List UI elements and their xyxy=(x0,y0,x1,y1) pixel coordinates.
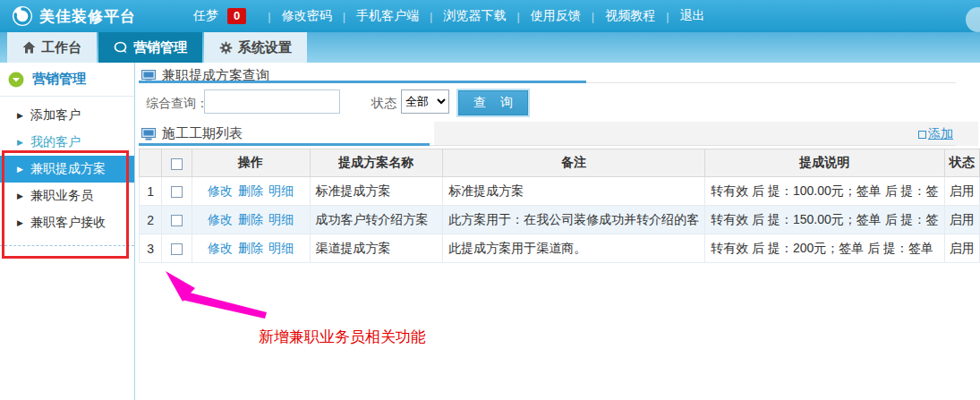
top-link-2[interactable]: 浏览器下载 xyxy=(443,8,506,24)
search-input[interactable] xyxy=(204,89,340,114)
main-content: 兼职提成方案查询 综合查询： 状态： 全部 查 询 施工工期列表 添加 xyxy=(136,63,980,400)
row-actions: 修改删除明细 xyxy=(192,206,310,234)
action-edit-link[interactable]: 修改 xyxy=(208,212,233,226)
search-label: 综合查询： xyxy=(146,96,209,112)
plan-desc: 转有效 后 提：100.00元；签单 后 提：签 xyxy=(705,177,944,206)
top-bar: 美佳装修平台 任梦 0 |修改密码|手机客户端|浏览器下载|使用反馈|视频教程|… xyxy=(0,0,980,32)
plans-table: 操作提成方案名称备注提成说明状态 1修改删除明细标准提成方案标准提成方案转有效 … xyxy=(139,149,980,263)
top-links: |修改密码|手机客户端|浏览器下载|使用反馈|视频教程|退出 xyxy=(257,8,704,24)
search-button[interactable]: 查 询 xyxy=(458,90,528,115)
row-actions: 修改删除明细 xyxy=(192,177,310,206)
top-link-1[interactable]: 手机客户端 xyxy=(356,8,419,24)
sidebar-item-label: 添加客户 xyxy=(30,107,81,123)
sidebar-divider xyxy=(0,245,134,246)
action-delete-link[interactable]: 删除 xyxy=(238,241,263,255)
tab-2[interactable]: 系统设置 xyxy=(204,32,307,63)
table-row: 1修改删除明细标准提成方案标准提成方案转有效 后 提：100.00元；签单 后 … xyxy=(140,177,980,206)
action-delete-link[interactable]: 删除 xyxy=(238,212,263,226)
user-name[interactable]: 任梦 xyxy=(193,8,218,24)
gear-icon xyxy=(219,41,233,55)
menu-separator: | xyxy=(430,10,432,23)
top-right-circle[interactable] xyxy=(966,7,980,32)
sidebar-item-3[interactable]: ▶兼职业务员 xyxy=(0,183,134,209)
annotation-text: 新增兼职业务员相关功能 xyxy=(259,327,426,347)
plan-remark: 标准提成方案 xyxy=(443,177,705,206)
table-row: 3修改删除明细渠道提成方案此提成方案用于渠道商。转有效 后 提：200元；签单 … xyxy=(140,234,980,263)
sidebar-item-label: 兼职客户接收 xyxy=(30,215,106,231)
table-row: 2修改删除明细成功客户转介绍方案此方案用于：在我公司装修成功并转介绍的客转有效 … xyxy=(140,206,980,234)
notification-badge[interactable]: 0 xyxy=(227,8,246,24)
sidebar-item-label: 兼职业务员 xyxy=(30,188,93,204)
plan-status: 启用 xyxy=(944,177,979,206)
triangle-icon: ▶ xyxy=(17,165,23,174)
row-number: 3 xyxy=(140,234,162,263)
action-edit-link[interactable]: 修改 xyxy=(208,183,233,198)
plan-remark: 此提成方案用于渠道商。 xyxy=(443,234,705,263)
top-link-3[interactable]: 使用反馈 xyxy=(531,8,581,24)
list-section-title: 施工工期列表 xyxy=(162,125,243,142)
list-title-underline xyxy=(139,143,430,146)
action-detail-link[interactable]: 明细 xyxy=(268,241,294,255)
col-header-1 xyxy=(162,149,192,177)
menu-separator: | xyxy=(666,10,669,23)
add-icon xyxy=(918,131,926,139)
sidebar: 营销管理 ▶添加客户▶我的客户▶兼职提成方案▶兼职业务员▶兼职客户接收 xyxy=(0,63,135,400)
action-detail-link[interactable]: 明细 xyxy=(268,183,294,198)
tab-label: 营销管理 xyxy=(133,39,187,56)
sidebar-item-label: 我的客户 xyxy=(30,134,81,150)
plan-status: 启用 xyxy=(944,206,979,234)
chat-icon xyxy=(114,41,128,55)
triangle-icon: ▶ xyxy=(17,111,23,120)
row-checkbox[interactable] xyxy=(171,186,183,198)
sidebar-item-1[interactable]: ▶我的客户 xyxy=(0,129,134,156)
sidebar-menu: ▶添加客户▶我的客户▶兼职提成方案▶兼职业务员▶兼职客户接收 xyxy=(0,102,134,236)
query-title-underline xyxy=(139,81,586,83)
app-window: 美佳装修平台 任梦 0 |修改密码|手机客户端|浏览器下载|使用反馈|视频教程|… xyxy=(0,0,980,400)
plan-desc: 转有效 后 提：150.00元；签单 后 提：签 xyxy=(705,206,944,234)
tab-1[interactable]: 营销管理 xyxy=(98,32,202,63)
col-header-0 xyxy=(140,149,162,177)
tab-label: 工作台 xyxy=(41,39,81,56)
home-icon xyxy=(22,41,36,54)
row-checkbox[interactable] xyxy=(171,243,183,255)
app-logo: 美佳装修平台 xyxy=(12,5,136,27)
swirl-logo-icon xyxy=(12,5,33,27)
sidebar-header[interactable]: 营销管理 xyxy=(0,63,134,97)
sidebar-item-label: 兼职提成方案 xyxy=(30,161,106,177)
triangle-icon: ▶ xyxy=(17,218,23,227)
menu-separator: | xyxy=(268,10,270,23)
sidebar-item-2[interactable]: ▶兼职提成方案 xyxy=(0,156,134,183)
triangle-icon: ▶ xyxy=(17,191,23,200)
plan-name: 标准提成方案 xyxy=(310,177,443,206)
action-edit-link[interactable]: 修改 xyxy=(208,241,233,255)
col-header-4: 备注 xyxy=(443,149,705,177)
top-menu: 任梦 0 |修改密码|手机客户端|浏览器下载|使用反馈|视频教程|退出 xyxy=(193,0,705,32)
action-detail-link[interactable]: 明细 xyxy=(268,212,294,226)
top-link-5[interactable]: 退出 xyxy=(680,8,705,24)
plan-name: 渠道提成方案 xyxy=(310,234,443,263)
triangle-icon: ▶ xyxy=(17,138,23,147)
menu-separator: | xyxy=(343,10,345,23)
col-header-3: 提成方案名称 xyxy=(310,149,443,177)
plan-remark: 此方案用于：在我公司装修成功并转介绍的客 xyxy=(443,206,705,234)
tab-0[interactable]: 工作台 xyxy=(7,32,97,63)
list-section-header: 施工工期列表 xyxy=(141,125,243,142)
monitor-icon xyxy=(141,128,156,140)
add-link[interactable]: 添加 xyxy=(918,126,953,142)
top-link-4[interactable]: 视频教程 xyxy=(605,8,655,24)
list-header-band xyxy=(434,122,978,146)
col-header-6: 状态 xyxy=(944,149,979,177)
sidebar-item-4[interactable]: ▶兼职客户接收 xyxy=(0,209,134,236)
action-delete-link[interactable]: 删除 xyxy=(238,183,263,198)
collapse-chevron-icon xyxy=(8,72,24,88)
sidebar-item-0[interactable]: ▶添加客户 xyxy=(0,102,134,129)
plan-name: 成功客户转介绍方案 xyxy=(310,206,443,234)
row-checkbox[interactable] xyxy=(171,215,183,226)
table-header-row: 操作提成方案名称备注提成说明状态 xyxy=(140,149,980,177)
row-number: 2 xyxy=(140,206,162,234)
select-all-checkbox[interactable] xyxy=(171,158,183,170)
plan-status: 启用 xyxy=(944,234,979,263)
status-select[interactable]: 全部 xyxy=(401,89,449,114)
top-link-0[interactable]: 修改密码 xyxy=(282,8,332,24)
col-header-2: 操作 xyxy=(192,149,310,177)
